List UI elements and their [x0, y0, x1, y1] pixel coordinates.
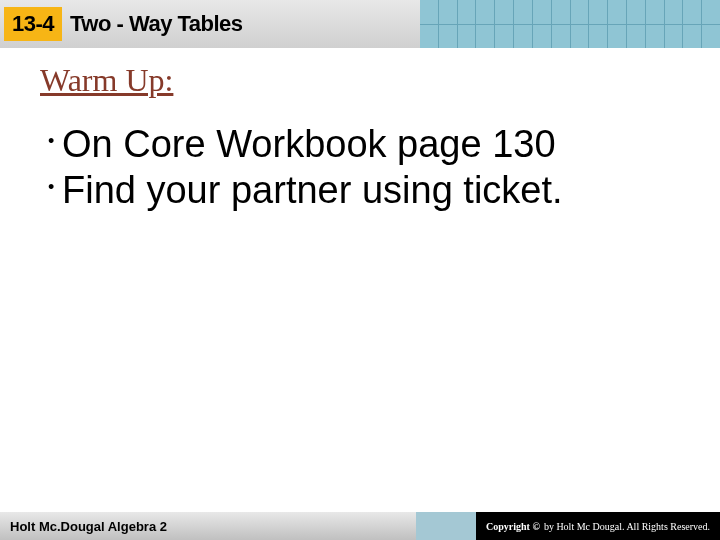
slide-footer: Holt Mc.Dougal Algebra 2 Copyright © by …	[0, 512, 720, 540]
footer-book-title: Holt Mc.Dougal Algebra 2	[0, 512, 416, 540]
copyright-label: Copyright ©	[486, 521, 540, 532]
header-grid-pattern	[420, 0, 720, 48]
warm-up-heading: Warm Up:	[40, 62, 680, 99]
lesson-number-badge: 13-4	[4, 7, 62, 41]
slide-header: 13-4 Two - Way Tables	[0, 0, 720, 48]
slide-content: Warm Up: On Core Workbook page 130 Find …	[0, 48, 720, 214]
copyright-text: by Holt Mc Dougal. All Rights Reserved.	[544, 521, 710, 532]
bullet-item: Find your partner using ticket.	[48, 167, 680, 213]
footer-copyright: Copyright © by Holt Mc Dougal. All Right…	[476, 512, 720, 540]
bullet-item: On Core Workbook page 130	[48, 121, 680, 167]
bullet-list: On Core Workbook page 130 Find your part…	[40, 121, 680, 214]
lesson-title: Two - Way Tables	[70, 11, 243, 37]
footer-accent	[416, 512, 476, 540]
